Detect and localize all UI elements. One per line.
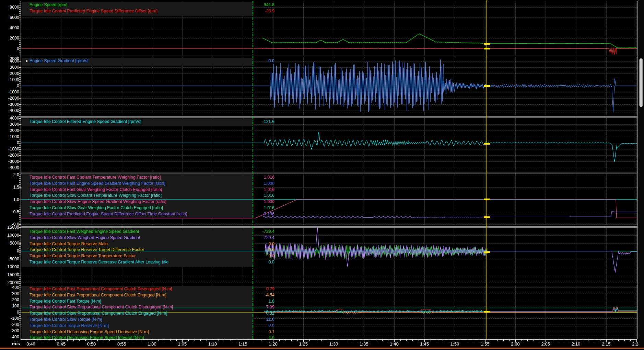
signal-trace (265, 228, 637, 273)
time-tick (25, 340, 25, 341)
signal-label[interactable]: Torque Idle Control Torque Reserve Targe… (30, 247, 144, 253)
signal-label[interactable]: Engine Speed Gradient [rpm/s] (30, 58, 89, 64)
panel-engine-speed: 80006000400020000-2000Engine Speed [rpm]… (0, 1, 644, 56)
signal-label[interactable]: Torque Idle Control Torque Reserve Main (30, 241, 108, 247)
cursor-value-mark (484, 48, 490, 49)
signal-label[interactable]: Engine Speed [rpm] (30, 2, 68, 8)
y-tick-label: -2000 (0, 96, 19, 101)
signal-label[interactable]: Torque Idle Control Decreasing Engine Sp… (30, 329, 149, 335)
time-tick (55, 340, 56, 341)
y-tick-label: 200 (0, 297, 19, 302)
time-tick (376, 340, 376, 341)
y-tick-label: 1000 (0, 77, 19, 82)
signal-label[interactable]: Torque Idle Control Slow Weighed Engine … (30, 235, 140, 241)
signal-label[interactable]: Torque Idle Control Fast Gear Weighing F… (30, 187, 162, 193)
trace-area (21, 118, 637, 173)
y-tick-label: 5000 (0, 241, 19, 246)
signal-label[interactable]: Torque Idle Control Fast Weighed Engine … (30, 229, 139, 235)
y-tick-label: -1000 (0, 147, 19, 151)
y-tick-label: -4000 (0, 108, 19, 113)
time-tick (85, 340, 86, 341)
signal-label[interactable]: Torque Idle Control Slow Torque [N·m] (30, 317, 102, 323)
measure-data-analyzer-window: 80006000400020000-2000Engine Speed [rpm]… (0, 0, 644, 350)
time-axis-border (21, 339, 637, 340)
y-tick-label: -10000 (0, 264, 19, 269)
signal-label[interactable]: Torque Idle Control Fast Engine Speed Gr… (30, 181, 165, 187)
time-tick (358, 340, 358, 341)
y-tick-label: 3000 (0, 65, 19, 70)
y-tick-label: 1.0 (0, 197, 19, 202)
signal-cursor-value: 7.89 (206, 304, 274, 311)
y-tick-label: 2.0 (0, 172, 19, 177)
y-tick-label: -3000 (0, 159, 19, 164)
panel-separator[interactable] (21, 116, 637, 118)
y-tick-label: 100 (0, 304, 19, 308)
vertical-scrollbar[interactable] (639, 0, 644, 348)
signal-label[interactable]: Torque Idle Control Fast Proportional Co… (30, 292, 166, 298)
time-tick (473, 340, 473, 341)
time-tick (146, 340, 146, 341)
signal-label[interactable]: Torque Idle Control Predicted Engine Spe… (30, 211, 187, 217)
plot-border-right (637, 1, 637, 339)
signal-cursor-value: 0.0 (206, 323, 274, 329)
signal-label[interactable]: Torque Idle Control Predicted Engine Spe… (30, 8, 157, 14)
signal-label[interactable]: Torque Idle Control Filtered Engine Spee… (30, 119, 141, 125)
panel-separator[interactable] (21, 56, 637, 57)
time-tick (388, 340, 388, 341)
y-tick-label: -4000 (0, 165, 19, 170)
signal-label[interactable]: Torque Idle Control Slow Gear Weighing F… (30, 205, 163, 211)
signal-label[interactable]: Torque Idle Control Torque Reserve Decre… (30, 259, 169, 266)
scrollbar-thumb[interactable] (639, 58, 643, 107)
signal-label[interactable]: Torque Idle Control Fast Coolant Tempera… (30, 174, 161, 181)
time-tick (104, 340, 104, 341)
panel-separator[interactable] (21, 226, 637, 228)
time-tick-label: 1:10 (202, 341, 223, 347)
signal-label[interactable]: Torque Idle Control Fast Proportional Co… (30, 286, 172, 292)
time-tick (231, 340, 231, 341)
time-tick-label: 2:05 (535, 341, 556, 347)
time-tick (207, 340, 207, 341)
signal-label[interactable]: Torque Idle Control Torque Reserve [N·m] (30, 323, 109, 329)
y-tick-label: 0 (0, 83, 19, 88)
cursor-value-mark (484, 216, 490, 218)
y-tick-label: 0 (0, 46, 19, 51)
signal-label[interactable]: Torque Idle Control Slow Engine Speed Gr… (30, 199, 166, 205)
time-tick (97, 340, 98, 341)
signal-cursor-value: 0.0 (206, 241, 274, 247)
signal-label[interactable]: Torque Idle Control Fast Torque [N·m] (30, 298, 101, 305)
y-tick-label: 10000 (0, 233, 19, 238)
time-tick (612, 340, 612, 341)
time-tick (340, 340, 340, 341)
cursor-value-mark (484, 311, 490, 313)
time-tick (116, 340, 116, 341)
signal-label[interactable]: Torque Idle Control Slow Coolant Tempera… (30, 193, 162, 199)
time-tick (419, 340, 419, 341)
time-tick (37, 340, 37, 341)
cursor-value-mark (484, 251, 490, 253)
y-tick-label: 6000 (0, 15, 19, 20)
time-tick-label: 0:45 (51, 341, 71, 347)
signal-label[interactable]: Torque Idle Control Slow Proportional Co… (30, 311, 167, 317)
signal-cursor-value: 0.32 (206, 311, 274, 317)
panel-separator[interactable] (21, 284, 637, 285)
y-axis-minor-ticks (19, 1, 21, 338)
y-tick-label: 0 (0, 310, 19, 315)
time-tick-label: 1:05 (172, 341, 192, 347)
signal-cursor-value: 0.0 (206, 253, 274, 259)
signal-trace (264, 312, 637, 314)
time-tick-label: 1:30 (324, 341, 344, 347)
signal-cursor-value: 941.8 (206, 2, 274, 8)
signal-cursor-value: 1.000 (206, 199, 274, 205)
time-tick (400, 340, 401, 341)
signal-label[interactable]: Torque Idle Control Slow Proportional Co… (30, 304, 173, 311)
measure-cursor-line[interactable] (487, 0, 487, 341)
signal-cursor-value: 0.196 (206, 211, 274, 217)
time-tick-label: 1:15 (233, 341, 253, 347)
panel-separator[interactable] (21, 172, 637, 173)
signal-cursor-value: -121.6 (206, 119, 274, 125)
time-tick-label: 0:55 (112, 341, 132, 347)
signal-label[interactable]: Torque Idle Control Torque Reserve Tempe… (30, 253, 136, 259)
time-tick (128, 340, 128, 341)
panel-weighing-factors: 2.01.51.00.5-0.0Torque Idle Control Fast… (0, 173, 644, 227)
signal-trace (262, 34, 636, 48)
